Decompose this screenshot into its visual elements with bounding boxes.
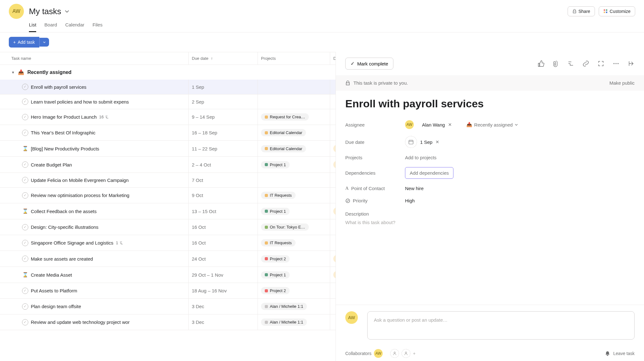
project-cell[interactable]: Project 1 [258, 203, 330, 219]
column-due-date[interactable]: Due date ↑ [189, 52, 258, 65]
poc-value[interactable]: New hire [405, 186, 424, 191]
priority-value[interactable]: High [405, 198, 415, 203]
due-date-cell[interactable]: 29 Oct – 1 Nov [189, 267, 258, 283]
due-date-cell[interactable]: 2 – 4 Oct [189, 157, 258, 172]
customize-button[interactable]: Customize [599, 6, 635, 16]
task-row[interactable]: Singapore Office Signage and Logistics1 … [0, 235, 336, 251]
assignee-name[interactable]: Alan Wang [422, 122, 445, 127]
due-date-cell[interactable]: 3 Dec [189, 299, 258, 314]
dependency-cell[interactable] [330, 188, 336, 203]
dependency-cell[interactable] [330, 173, 336, 187]
mark-complete-button[interactable]: ✓ Mark complete [345, 58, 393, 70]
comment-input[interactable]: Ask a question or post an update… [367, 311, 635, 340]
due-date-cell[interactable]: 16 – 18 Sep [189, 125, 258, 140]
task-row[interactable]: This Year's Best Of Infographic16 – 18 S… [0, 125, 336, 141]
complete-toggle[interactable] [22, 130, 28, 136]
description-input[interactable]: What is this task about? [345, 220, 635, 225]
due-date-cell[interactable]: 1 Sep [189, 80, 258, 94]
remove-due-date-icon[interactable]: ✕ [436, 139, 439, 144]
complete-toggle[interactable] [22, 256, 28, 262]
dependency-cell[interactable] [330, 219, 336, 235]
project-cell[interactable]: Alan / Michelle 1:1 [258, 299, 330, 314]
task-row[interactable]: Hero Image for Product Launch16 9 – 14 S… [0, 109, 336, 125]
complete-toggle[interactable] [22, 288, 28, 294]
task-row[interactable]: Learn travel policies and how to submit … [0, 94, 336, 109]
complete-toggle[interactable] [22, 192, 28, 199]
project-cell[interactable]: Project 1 [258, 267, 330, 283]
add-task-button[interactable]: + Add task [9, 37, 39, 48]
due-date-value[interactable]: 1 Sep [420, 139, 432, 145]
plus-icon[interactable]: + [413, 351, 415, 356]
project-cell[interactable]: IT Requests [258, 188, 330, 203]
close-panel-icon[interactable] [628, 60, 635, 67]
dependency-cell[interactable]: ⌛ [330, 267, 336, 283]
due-date-cell[interactable]: 24 Oct [189, 251, 258, 267]
section-header[interactable]: ▼ 📥 Recently assigned [0, 65, 336, 80]
due-date-cell[interactable]: 11 – 22 Sep [189, 141, 258, 156]
task-row[interactable]: Create Budget Plan2 – 4 OctProject 1⌛ [0, 157, 336, 173]
more-icon[interactable] [613, 60, 619, 67]
project-cell[interactable]: On Tour: Tokyo E… [258, 219, 330, 235]
complete-toggle[interactable] [22, 224, 28, 230]
add-collaborator-button-2[interactable] [402, 349, 410, 358]
leave-task-button[interactable]: Leave task [613, 351, 635, 356]
subtask-icon[interactable] [567, 60, 574, 67]
task-row[interactable]: Make sure assets are created24 OctProjec… [0, 251, 336, 267]
due-date-cell[interactable]: 16 Oct [189, 235, 258, 251]
calendar-icon[interactable] [405, 136, 417, 148]
complete-toggle[interactable] [22, 303, 28, 310]
add-task-dropdown[interactable] [39, 38, 49, 47]
complete-toggle[interactable] [22, 114, 28, 120]
column-task-name[interactable]: Task name [0, 52, 189, 65]
complete-toggle[interactable] [22, 319, 28, 325]
dependency-cell[interactable] [330, 299, 336, 314]
task-row[interactable]: Enroll with payroll services1 Sep [0, 80, 336, 94]
complete-toggle[interactable] [22, 99, 28, 105]
column-dependencies[interactable]: De [330, 52, 336, 65]
task-row[interactable]: Review new optimisation process for Mark… [0, 188, 336, 203]
project-cell[interactable]: Request for Crea… [258, 109, 330, 125]
task-row[interactable]: Design: City-specific illustrations16 Oc… [0, 219, 336, 235]
dependency-cell[interactable]: ⌛ [330, 251, 336, 267]
dependency-cell[interactable] [330, 235, 336, 251]
project-cell[interactable]: IT Requests [258, 235, 330, 251]
project-cell[interactable]: Editorial Calendar [258, 125, 330, 140]
project-cell[interactable]: Project 1 [258, 157, 330, 172]
link-icon[interactable] [582, 60, 589, 67]
dependency-cell[interactable] [330, 94, 336, 109]
complete-toggle[interactable] [22, 240, 28, 246]
task-title[interactable]: Enroll with payroll services [345, 98, 635, 110]
due-date-cell[interactable]: 7 Oct [189, 173, 258, 187]
due-date-cell[interactable]: 16 Oct [189, 219, 258, 235]
due-date-cell[interactable]: 18 Aug – 16 Nov [189, 283, 258, 298]
complete-toggle[interactable] [22, 84, 28, 90]
dependency-cell[interactable] [330, 109, 336, 125]
add-dependencies-button[interactable]: Add dependencies [405, 167, 453, 179]
project-cell[interactable] [258, 80, 330, 94]
share-button[interactable]: Share [568, 6, 595, 16]
dependency-cell[interactable]: ⌛ [330, 203, 336, 219]
task-row[interactable]: Plan design team offsite3 DecAlan / Mich… [0, 299, 336, 314]
remove-assignee-icon[interactable]: ✕ [448, 122, 452, 127]
make-public-button[interactable]: Make public [609, 80, 635, 86]
attachment-icon[interactable] [553, 60, 559, 67]
due-date-cell[interactable]: 13 – 15 Oct [189, 203, 258, 219]
tab-calendar[interactable]: Calendar [65, 22, 84, 32]
project-cell[interactable] [258, 173, 330, 187]
task-row[interactable]: Review and update web technology project… [0, 314, 336, 330]
dependency-cell[interactable] [330, 125, 336, 140]
dependency-cell[interactable]: ⌛ [330, 141, 336, 156]
add-to-projects-button[interactable]: Add to projects [405, 155, 436, 160]
task-row[interactable]: Put Assets to Platform18 Aug – 16 NovPro… [0, 283, 336, 299]
project-cell[interactable] [258, 94, 330, 109]
tab-board[interactable]: Board [44, 22, 57, 32]
tab-list[interactable]: List [29, 22, 36, 32]
collaborator-avatar[interactable]: AW [374, 349, 383, 358]
tab-files[interactable]: Files [92, 22, 103, 32]
dependency-cell[interactable] [330, 283, 336, 298]
project-cell[interactable]: Editorial Calendar [258, 141, 330, 156]
fullscreen-icon[interactable] [597, 60, 604, 67]
due-date-cell[interactable]: 9 Oct [189, 188, 258, 203]
complete-toggle[interactable] [22, 161, 28, 168]
project-cell[interactable]: Alan / Michelle 1:1 [258, 314, 330, 330]
